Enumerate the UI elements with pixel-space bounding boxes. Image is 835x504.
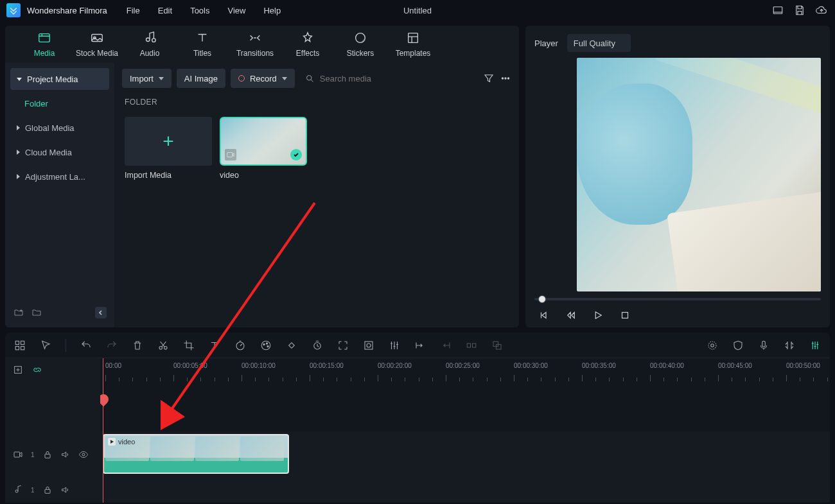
motion-tracking-icon[interactable] [707,340,718,351]
video-clip[interactable]: video [103,434,289,474]
import-button[interactable]: Import [122,69,171,88]
collapse-sidebar-button[interactable] [95,307,107,318]
svg-point-26 [367,343,371,347]
tab-templates[interactable]: Templates [387,31,439,58]
tick-label: 00:00 [105,362,121,369]
new-bin-icon[interactable] [31,308,42,318]
timeline-toolbar [5,333,830,358]
ai-image-button[interactable]: AI Image [177,69,225,88]
cursor-icon[interactable] [40,340,51,351]
lock-icon[interactable] [42,449,53,460]
prev-frame-button[interactable] [538,309,550,321]
step-back-button[interactable] [565,309,577,321]
record-button[interactable]: Record [231,69,295,88]
mask-in-icon[interactable] [414,340,426,351]
play-button[interactable] [592,309,604,321]
play-icon [108,438,116,446]
redo-icon[interactable] [106,340,118,351]
svg-rect-38 [45,489,50,493]
sidebar-folder[interactable]: Folder [10,92,109,114]
speed-icon[interactable] [234,340,246,351]
undo-icon[interactable] [80,340,92,351]
mic-icon[interactable] [758,340,769,351]
chevron-down-icon [159,77,164,80]
audio-track-header[interactable]: 1 [5,477,100,503]
adjust-icon[interactable] [389,340,400,351]
link-icon[interactable] [32,365,42,375]
filter-icon[interactable] [483,73,495,84]
tick-label: 00:00:30:00 [514,362,548,369]
quality-select[interactable]: Full Quality [567,34,631,52]
scrubber-handle[interactable] [538,295,546,303]
green-screen-icon[interactable] [363,340,374,351]
tab-titles[interactable]: Titles [176,31,229,58]
sidebar-cloud-media[interactable]: Cloud Media [10,141,109,163]
audio-mix-icon[interactable] [784,340,795,351]
svg-rect-12 [15,341,19,344]
svg-point-21 [266,342,267,343]
detach-icon[interactable] [491,340,503,351]
timer-icon[interactable] [312,340,323,351]
tab-media[interactable]: Media [18,31,71,58]
svg-rect-13 [21,341,24,344]
tab-stock-media[interactable]: Stock Media [71,31,123,58]
mask-out-icon[interactable] [440,340,452,351]
new-folder-icon[interactable] [13,308,24,318]
media-sidebar: Project Media Folder Global Media Cloud … [5,63,114,327]
menu-view[interactable]: View [227,6,245,15]
color-icon[interactable] [260,340,272,351]
video-track-header[interactable]: 1 [5,432,100,477]
player-scrubber[interactable] [534,298,821,300]
document-title: Untitled [403,6,432,15]
shield-icon[interactable] [732,340,744,351]
menu-file[interactable]: File [127,6,140,15]
tab-audio[interactable]: Audio [123,31,176,58]
delete-icon[interactable] [132,340,143,351]
add-track-icon[interactable] [13,365,23,375]
tab-stickers[interactable]: Stickers [334,31,387,58]
dashboard-icon[interactable] [14,340,26,351]
playhead[interactable] [103,358,103,503]
preview-viewport[interactable] [577,58,821,291]
timeline-ruler[interactable]: 00:0000:00:05:0000:00:10:0000:00:15:0000… [100,358,830,381]
svg-point-19 [261,341,270,350]
mute-icon[interactable] [60,449,71,460]
chevron-right-icon [17,125,20,130]
chevron-down-icon [282,77,287,80]
tab-transitions[interactable]: Transitions [229,31,281,58]
menu-tools[interactable]: Tools [190,6,209,15]
stop-button[interactable] [619,309,631,321]
sidebar-global-media[interactable]: Global Media [10,117,109,139]
visibility-icon[interactable] [78,449,89,460]
search-input[interactable] [320,74,473,83]
sidebar-adjustment-layer[interactable]: Adjustment La... [10,166,109,187]
layout-icon[interactable] [772,4,784,16]
import-media-tile[interactable]: + Import Media [125,117,212,180]
video-icon [13,449,23,460]
save-icon[interactable] [794,4,805,16]
lock-icon[interactable] [42,485,53,495]
audio-track[interactable] [100,476,830,502]
cut-icon[interactable] [157,340,169,351]
crop-icon[interactable] [183,340,195,351]
svg-rect-11 [622,313,628,318]
svg-rect-1 [39,34,50,42]
menu-help[interactable]: Help [263,6,281,15]
more-icon[interactable] [500,73,511,84]
transition-icon[interactable] [466,340,477,351]
mute-icon[interactable] [60,485,71,495]
media-tabs: Media Stock Media Audio Titles Transitio… [5,26,519,63]
video-track[interactable]: video [100,431,830,476]
marker-icon[interactable] [809,340,821,351]
keyframe-icon[interactable] [286,340,297,351]
expand-icon[interactable] [337,340,349,351]
sidebar-project-media[interactable]: Project Media [10,68,109,90]
cloud-upload-icon[interactable] [816,4,827,16]
text-icon[interactable] [209,340,220,351]
svg-point-7 [502,78,503,79]
tab-effects[interactable]: Effects [281,31,334,58]
track-headers: 1 1 [5,358,100,503]
timeline-tracks[interactable]: 00:0000:00:05:0000:00:10:0000:00:15:0000… [100,358,830,503]
media-thumb-video[interactable]: video [220,117,307,180]
menu-edit[interactable]: Edit [158,6,172,15]
